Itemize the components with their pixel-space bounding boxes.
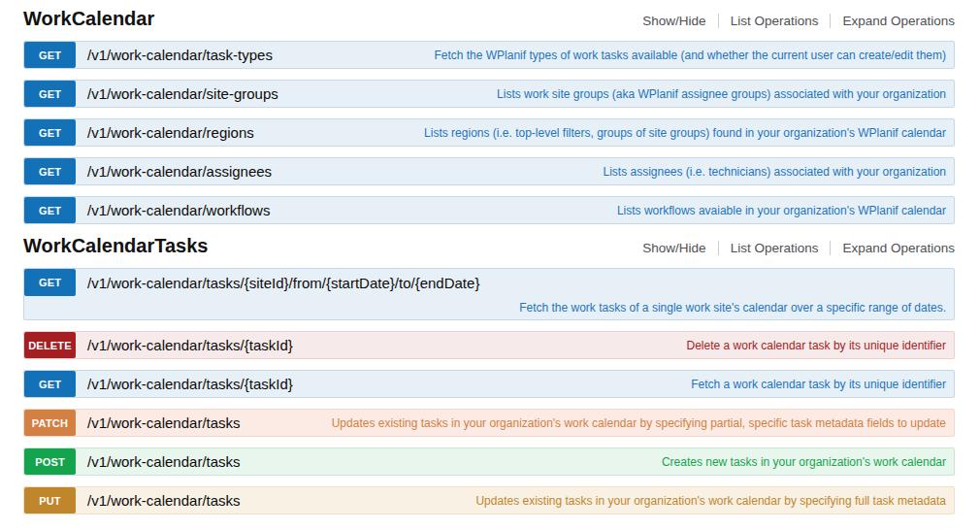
endpoint-path[interactable]: /v1/work-calendar/tasks xyxy=(76,487,241,513)
endpoint-description: Fetch the work tasks of a single work si… xyxy=(24,296,954,319)
operation-row-get-tasks-range: GET /v1/work-calendar/tasks/{siteId}/fro… xyxy=(23,268,955,320)
operation-row-put-tasks: PUT /v1/work-calendar/tasks Updates exis… xyxy=(23,486,955,514)
endpoint-description: Fetch the WPlanif types of work tasks av… xyxy=(273,42,954,68)
section-title-work-calendar[interactable]: WorkCalendar xyxy=(23,8,154,29)
operation-row-get-assignees: GET /v1/work-calendar/assignees Lists as… xyxy=(23,157,955,185)
endpoint-description: Lists assignees (i.e. technicians) assoc… xyxy=(272,158,954,184)
method-badge[interactable]: GET xyxy=(24,119,76,146)
endpoint-description: Delete a work calendar task by its uniqu… xyxy=(293,332,954,358)
list-operations-link[interactable]: List Operations xyxy=(731,14,819,28)
section-header: WorkCalendar Show/Hide List Operations E… xyxy=(23,8,955,29)
endpoint-path[interactable]: /v1/work-calendar/tasks/{taskId} xyxy=(76,332,293,358)
show-hide-link[interactable]: Show/Hide xyxy=(642,241,705,255)
expand-operations-link[interactable]: Expand Operations xyxy=(842,14,955,28)
section-title-work-calendar-tasks[interactable]: WorkCalendarTasks xyxy=(23,235,208,256)
control-separator xyxy=(718,14,719,28)
endpoint-description: Fetch a work calendar task by its unique… xyxy=(293,371,954,397)
operation-row-post-tasks: POST /v1/work-calendar/tasks Creates new… xyxy=(23,447,955,476)
method-badge[interactable]: PUT xyxy=(24,487,76,513)
endpoint-path[interactable]: /v1/work-calendar/workflows xyxy=(76,197,270,223)
endpoint-path[interactable]: /v1/work-calendar/tasks/{taskId} xyxy=(76,371,293,397)
endpoint-path[interactable]: /v1/work-calendar/tasks xyxy=(76,410,241,436)
endpoint-path[interactable]: /v1/work-calendar/task-types xyxy=(76,42,273,68)
control-separator xyxy=(830,14,831,28)
operation-row-delete-task: DELETE /v1/work-calendar/tasks/{taskId} … xyxy=(23,331,955,359)
section-header: WorkCalendarTasks Show/Hide List Operati… xyxy=(23,235,955,256)
expand-operations-link[interactable]: Expand Operations xyxy=(842,241,955,255)
operation-row-get-task-types: GET /v1/work-calendar/task-types Fetch t… xyxy=(23,41,955,69)
method-badge[interactable]: GET xyxy=(24,42,76,68)
operation-row-get-regions: GET /v1/work-calendar/regions Lists regi… xyxy=(23,118,955,147)
section-controls: Show/Hide List Operations Expand Operati… xyxy=(642,241,955,255)
section-work-calendar-tasks: WorkCalendarTasks Show/Hide List Operati… xyxy=(23,235,955,514)
operation-row-patch-tasks: PATCH /v1/work-calendar/tasks Updates ex… xyxy=(23,409,955,437)
operation-row-get-workflows: GET /v1/work-calendar/workflows Lists wo… xyxy=(23,196,955,224)
endpoint-path[interactable]: /v1/work-calendar/tasks/{siteId}/from/{s… xyxy=(76,269,479,296)
method-badge[interactable]: GET xyxy=(24,158,76,184)
method-badge[interactable]: DELETE xyxy=(24,332,76,358)
operation-row-get-task: GET /v1/work-calendar/tasks/{taskId} Fet… xyxy=(23,370,955,398)
show-hide-link[interactable]: Show/Hide xyxy=(642,14,705,28)
method-badge[interactable]: GET xyxy=(24,269,76,296)
endpoint-description: Updates existing tasks in your organizat… xyxy=(241,487,954,513)
endpoint-description: Lists work site groups (aka WPlanif assi… xyxy=(278,81,954,107)
section-controls: Show/Hide List Operations Expand Operati… xyxy=(642,14,955,28)
endpoint-description: Lists regions (i.e. top-level filters, g… xyxy=(254,119,954,146)
method-badge[interactable]: GET xyxy=(24,197,76,223)
method-badge[interactable]: GET xyxy=(24,81,76,107)
list-operations-link[interactable]: List Operations xyxy=(731,241,819,255)
endpoint-path[interactable]: /v1/work-calendar/assignees xyxy=(76,158,272,184)
method-badge[interactable]: PATCH xyxy=(24,410,76,436)
endpoint-path[interactable]: /v1/work-calendar/site-groups xyxy=(76,81,278,107)
section-work-calendar: WorkCalendar Show/Hide List Operations E… xyxy=(23,8,955,224)
operation-row-line1: GET /v1/work-calendar/tasks/{siteId}/fro… xyxy=(24,269,954,296)
endpoint-description: Lists workflows avaiable in your organiz… xyxy=(270,197,954,223)
endpoint-path[interactable]: /v1/work-calendar/regions xyxy=(76,119,254,146)
method-badge[interactable]: POST xyxy=(24,448,76,475)
method-badge[interactable]: GET xyxy=(24,371,76,397)
endpoint-description: Updates existing tasks in your organizat… xyxy=(241,410,954,436)
api-docs-page: WorkCalendar Show/Hide List Operations E… xyxy=(0,0,980,530)
control-separator xyxy=(718,241,719,255)
endpoint-description: Creates new tasks in your organization's… xyxy=(241,448,954,475)
operation-row-get-site-groups: GET /v1/work-calendar/site-groups Lists … xyxy=(23,80,955,108)
control-separator xyxy=(830,241,831,255)
endpoint-path[interactable]: /v1/work-calendar/tasks xyxy=(76,448,241,475)
